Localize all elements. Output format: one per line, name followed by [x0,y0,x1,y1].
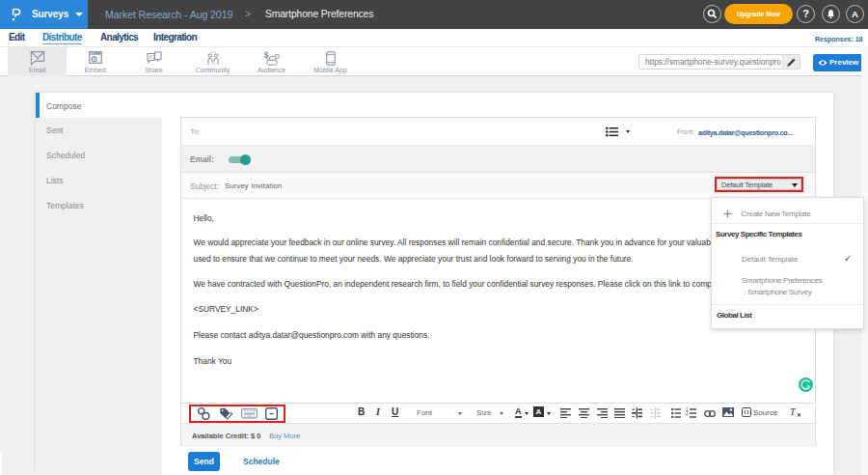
svg-text:2: 2 [686,411,689,416]
